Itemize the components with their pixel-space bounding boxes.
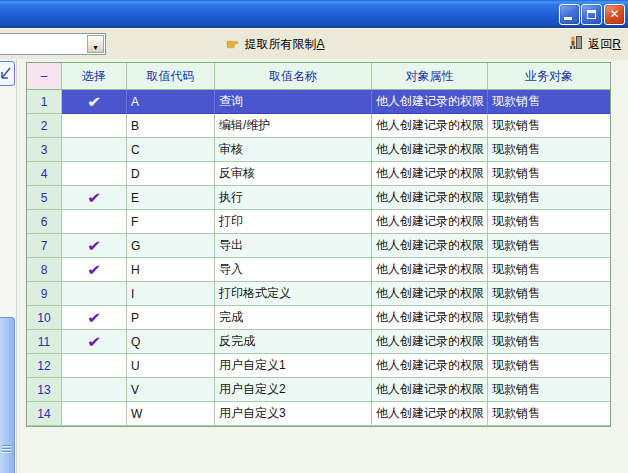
value-code-cell[interactable]: P — [127, 306, 215, 330]
business-object-cell[interactable]: 现款销售 — [488, 282, 610, 306]
row-number-cell[interactable]: 11 — [27, 330, 62, 354]
row-number-cell[interactable]: 1 — [27, 90, 62, 114]
table-row[interactable]: 2B编辑/维护他人创建记录的权限现款销售 — [27, 114, 610, 138]
value-code-cell[interactable]: G — [127, 234, 215, 258]
business-object-cell[interactable]: 现款销售 — [488, 210, 610, 234]
table-row[interactable]: 9I打印格式定义他人创建记录的权限现款销售 — [27, 282, 610, 306]
row-number-cell[interactable]: 14 — [27, 402, 62, 426]
object-attribute-cell[interactable]: 他人创建记录的权限 — [372, 234, 488, 258]
object-attribute-cell[interactable]: 他人创建记录的权限 — [372, 258, 488, 282]
value-name-cell[interactable]: 用户自定义2 — [215, 378, 372, 402]
value-code-cell[interactable]: H — [127, 258, 215, 282]
row-number-cell[interactable]: 2 — [27, 114, 62, 138]
left-pane-scrollbar-thumb[interactable] — [0, 317, 15, 473]
object-attribute-cell[interactable]: 他人创建记录的权限 — [372, 402, 488, 426]
row-number-cell[interactable]: 5 — [27, 186, 62, 210]
value-name-cell[interactable]: 执行 — [215, 186, 372, 210]
combobox-dropdown-button[interactable]: ▼ — [87, 35, 104, 53]
table-row[interactable]: 1✔A查询他人创建记录的权限现款销售 — [27, 90, 610, 114]
value-code-cell[interactable]: W — [127, 402, 215, 426]
table-row[interactable]: 7✔G导出他人创建记录的权限现款销售 — [27, 234, 610, 258]
row-number-cell[interactable]: 7 — [27, 234, 62, 258]
object-attribute-cell[interactable]: 他人创建记录的权限 — [372, 330, 488, 354]
value-code-cell[interactable]: D — [127, 162, 215, 186]
value-code-cell[interactable]: A — [127, 90, 215, 114]
check-cell[interactable]: ✔ — [62, 306, 127, 330]
minimize-button[interactable] — [559, 4, 580, 25]
row-number-cell[interactable]: 3 — [27, 138, 62, 162]
check-cell[interactable] — [62, 162, 127, 186]
business-object-cell[interactable]: 现款销售 — [488, 378, 610, 402]
table-row[interactable]: 4D反审核他人创建记录的权限现款销售 — [27, 162, 610, 186]
check-cell[interactable]: ✔ — [62, 330, 127, 354]
check-cell[interactable]: ✔ — [62, 186, 127, 210]
row-number-cell[interactable]: 6 — [27, 210, 62, 234]
maximize-button[interactable] — [581, 4, 602, 25]
table-row[interactable]: 8✔H导入他人创建记录的权限现款销售 — [27, 258, 610, 282]
object-attribute-cell[interactable]: 他人创建记录的权限 — [372, 138, 488, 162]
business-object-cell[interactable]: 现款销售 — [488, 114, 610, 138]
table-row[interactable]: 11✔Q反完成他人创建记录的权限现款销售 — [27, 330, 610, 354]
business-object-cell[interactable]: 现款销售 — [488, 354, 610, 378]
object-attribute-cell[interactable]: 他人创建记录的权限 — [372, 282, 488, 306]
row-number-cell[interactable]: 10 — [27, 306, 62, 330]
value-name-cell[interactable]: 编辑/维护 — [215, 114, 372, 138]
value-name-cell[interactable]: 查询 — [215, 90, 372, 114]
business-object-cell[interactable]: 现款销售 — [488, 186, 610, 210]
object-attribute-cell[interactable]: 他人创建记录的权限 — [372, 186, 488, 210]
business-object-cell[interactable]: 现款销售 — [488, 234, 610, 258]
value-name-cell[interactable]: 反完成 — [215, 330, 372, 354]
value-code-cell[interactable]: U — [127, 354, 215, 378]
value-code-cell[interactable]: Q — [127, 330, 215, 354]
value-name-cell[interactable]: 用户自定义3 — [215, 402, 372, 426]
check-cell[interactable] — [62, 114, 127, 138]
business-object-cell[interactable]: 现款销售 — [488, 90, 610, 114]
table-row[interactable]: 6F打印他人创建记录的权限现款销售 — [27, 210, 610, 234]
table-row[interactable]: 3C审核他人创建记录的权限现款销售 — [27, 138, 610, 162]
value-name-cell[interactable]: 审核 — [215, 138, 372, 162]
value-name-cell[interactable]: 打印格式定义 — [215, 282, 372, 306]
value-name-cell[interactable]: 用户自定义1 — [215, 354, 372, 378]
value-name-cell[interactable]: 导出 — [215, 234, 372, 258]
value-name-cell[interactable]: 完成 — [215, 306, 372, 330]
check-cell[interactable]: ✔ — [62, 234, 127, 258]
object-attribute-cell[interactable]: 他人创建记录的权限 — [372, 306, 488, 330]
row-number-cell[interactable]: 8 — [27, 258, 62, 282]
check-cell[interactable] — [62, 210, 127, 234]
object-attribute-cell[interactable]: 他人创建记录的权限 — [372, 354, 488, 378]
close-button[interactable]: ✕ — [604, 4, 625, 25]
business-object-cell[interactable]: 现款销售 — [488, 258, 610, 282]
object-attribute-cell[interactable]: 他人创建记录的权限 — [372, 114, 488, 138]
table-row[interactable]: 13V用户自定义2他人创建记录的权限现款销售 — [27, 378, 610, 402]
check-cell[interactable]: ✔ — [62, 258, 127, 282]
value-name-cell[interactable]: 打印 — [215, 210, 372, 234]
row-number-cell[interactable]: 12 — [27, 354, 62, 378]
check-cell[interactable] — [62, 138, 127, 162]
check-cell[interactable] — [62, 354, 127, 378]
check-cell[interactable] — [62, 378, 127, 402]
table-row[interactable]: 5✔E执行他人创建记录的权限现款销售 — [27, 186, 610, 210]
check-cell[interactable] — [62, 282, 127, 306]
business-object-cell[interactable]: 现款销售 — [488, 306, 610, 330]
object-attribute-cell[interactable]: 他人创建记录的权限 — [372, 378, 488, 402]
value-name-cell[interactable]: 导入 — [215, 258, 372, 282]
business-object-cell[interactable]: 现款销售 — [488, 138, 610, 162]
value-code-cell[interactable]: F — [127, 210, 215, 234]
row-number-cell[interactable]: 13 — [27, 378, 62, 402]
business-object-cell[interactable]: 现款销售 — [488, 402, 610, 426]
object-attribute-cell[interactable]: 他人创建记录的权限 — [372, 162, 488, 186]
extract-all-restrictions-button[interactable]: ☛ 提取所有限制A — [226, 35, 324, 53]
value-code-cell[interactable]: I — [127, 282, 215, 306]
left-pane-pointer-button[interactable] — [0, 61, 15, 86]
table-row[interactable]: 14W用户自定义3他人创建记录的权限现款销售 — [27, 402, 610, 426]
check-cell[interactable] — [62, 402, 127, 426]
value-code-cell[interactable]: E — [127, 186, 215, 210]
value-code-cell[interactable]: B — [127, 114, 215, 138]
row-number-cell[interactable]: 9 — [27, 282, 62, 306]
value-code-cell[interactable]: V — [127, 378, 215, 402]
check-cell[interactable]: ✔ — [62, 90, 127, 114]
table-row[interactable]: 10✔P完成他人创建记录的权限现款销售 — [27, 306, 610, 330]
filter-combobox-input[interactable] — [0, 36, 71, 54]
business-object-cell[interactable]: 现款销售 — [488, 162, 610, 186]
value-name-cell[interactable]: 反审核 — [215, 162, 372, 186]
